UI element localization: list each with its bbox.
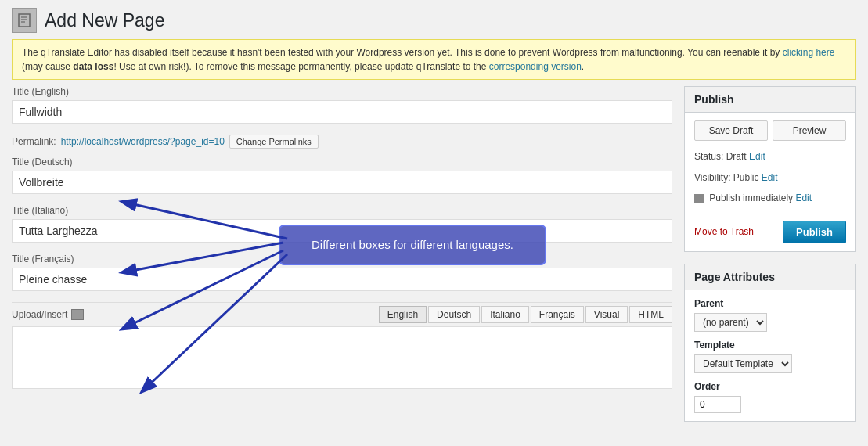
publish-edit-link[interactable]: Edit	[795, 192, 812, 203]
label-english: Title (English)	[12, 86, 672, 97]
permalink-label: Permalink:	[12, 136, 56, 147]
publish-button[interactable]: Publish	[783, 221, 846, 243]
warning-text-3: ! Use at own risk!). To remove this mess…	[113, 61, 488, 72]
page-header: Add New Page	[0, 0, 868, 39]
publish-box: Publish Save Draft Preview Status: Draft…	[684, 86, 856, 252]
preview-button[interactable]: Preview	[773, 120, 846, 141]
status-label: Status:	[694, 151, 723, 162]
status-edit-link[interactable]: Edit	[749, 151, 765, 162]
label-francais: Title (Français)	[12, 254, 672, 264]
template-select-wrap: Default Template	[694, 354, 846, 373]
page-icon	[12, 8, 37, 33]
tab-italiano[interactable]: Italiano	[481, 306, 529, 323]
change-permalinks-button[interactable]: Change Permalinks	[229, 135, 319, 149]
visibility-label: Visibility:	[694, 172, 730, 183]
publish-box-content: Save Draft Preview Status: Draft Edit Vi…	[685, 113, 855, 251]
label-italiano: Title (Italiano)	[12, 205, 672, 216]
save-draft-button[interactable]: Save Draft	[694, 120, 768, 141]
page-title: Add New Page	[45, 10, 164, 31]
upload-icon	[71, 309, 84, 320]
field-group-francais: Title (Français)	[12, 254, 672, 291]
page-attributes-header: Page Attributes	[685, 264, 855, 290]
input-italiano[interactable]	[12, 219, 672, 243]
page-attributes-content: Parent (no parent) Template Default Temp…	[685, 290, 855, 421]
warning-link-1[interactable]: clicking here	[783, 47, 835, 58]
visibility-value: Public	[733, 172, 759, 183]
tab-html[interactable]: HTML	[629, 306, 672, 323]
right-column: Publish Save Draft Preview Status: Draft…	[684, 86, 856, 446]
input-english[interactable]	[12, 100, 672, 124]
permalink-row: Permalink: http://localhost/wordpress/?p…	[12, 135, 672, 149]
warning-text-1: The qTranslate Editor has disabled itsel…	[22, 47, 783, 58]
parent-select[interactable]: (no parent)	[694, 313, 767, 332]
publish-status: Status: Draft Edit	[694, 149, 846, 166]
publish-time-value: immediately	[743, 192, 793, 203]
publish-time: Publish immediately Edit	[694, 190, 846, 207]
input-francais[interactable]	[12, 268, 672, 291]
input-deutsch[interactable]	[12, 171, 672, 194]
template-select[interactable]: Default Template	[694, 354, 792, 373]
template-label: Template	[694, 340, 846, 351]
publish-actions: Save Draft Preview	[694, 120, 846, 141]
tab-deutsch[interactable]: Deutsch	[428, 306, 480, 323]
svg-rect-0	[19, 14, 30, 27]
calendar-icon	[694, 194, 704, 203]
publish-box-header: Publish	[685, 87, 855, 113]
tab-english[interactable]: English	[379, 306, 427, 323]
publish-visibility: Visibility: Public Edit	[694, 170, 846, 187]
page-wrapper: Add New Page The qTranslate Editor has d…	[0, 0, 868, 446]
field-group-italiano: Title (Italiano)	[12, 205, 672, 243]
warning-bold: data loss	[73, 61, 113, 72]
visibility-edit-link[interactable]: Edit	[762, 172, 778, 183]
editor-area[interactable]	[12, 326, 672, 389]
left-column: Title (English) Permalink: http://localh…	[12, 86, 672, 446]
label-deutsch: Title (Deutsch)	[12, 156, 672, 167]
tab-francais[interactable]: Français	[531, 306, 584, 323]
parent-label: Parent	[694, 298, 846, 309]
status-value: Draft	[726, 151, 747, 162]
field-group-deutsch: Title (Deutsch)	[12, 156, 672, 194]
warning-link-2[interactable]: corresponding version	[489, 61, 582, 72]
warning-text-2: (may cause	[22, 61, 73, 72]
upload-insert-label: Upload/Insert	[12, 309, 67, 320]
language-tabs: English Deutsch Italiano Français Visual…	[379, 306, 672, 323]
main-content: Title (English) Permalink: http://localh…	[0, 86, 868, 446]
editor-toolbar: Upload/Insert English Deutsch Italiano F…	[12, 302, 672, 326]
publish-label: Publish	[709, 192, 740, 203]
page-attributes-box: Page Attributes Parent (no parent) Templ…	[684, 264, 856, 422]
move-to-trash-button[interactable]: Move to Trash	[694, 226, 754, 237]
warning-banner: The qTranslate Editor has disabled itsel…	[12, 39, 856, 80]
order-input[interactable]	[694, 396, 741, 413]
order-label: Order	[694, 381, 846, 392]
parent-select-wrap: (no parent)	[694, 313, 846, 332]
tab-visual[interactable]: Visual	[585, 306, 628, 323]
permalink-url[interactable]: http://localhost/wordpress/?page_id=10	[61, 136, 225, 147]
field-group-english: Title (English)	[12, 86, 672, 124]
publish-footer: Move to Trash Publish	[694, 214, 846, 243]
warning-text-4: .	[582, 61, 584, 72]
upload-insert: Upload/Insert	[12, 309, 84, 320]
